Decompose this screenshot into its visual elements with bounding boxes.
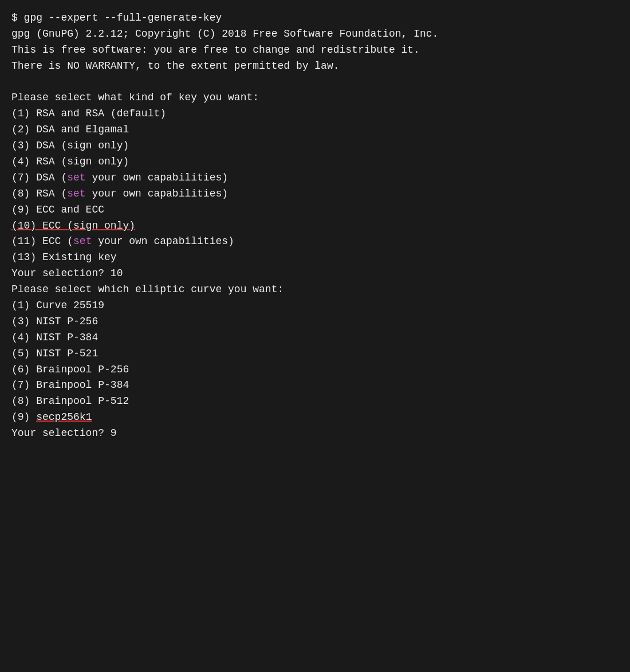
command-line: $ gpg --expert --full-generate-key [11, 10, 619, 26]
set-keyword-11: set [73, 235, 92, 247]
command-text: $ gpg --expert --full-generate-key [11, 12, 222, 23]
curve-selection-text: Your selection? 9 [11, 427, 117, 439]
curve-option-3: (3) NIST P-256 [11, 314, 619, 330]
version-line: gpg (GnuPG) 2.2.12; Copyright (C) 2018 F… [11, 26, 619, 42]
curve-prompt-text: Please select which elliptic curve you w… [11, 284, 284, 295]
key-selection-line: Your selection? 10 [11, 266, 619, 282]
curve-option-9: (9) secp256k1 [11, 410, 619, 426]
key-option-2: (2) DSA and Elgamal [11, 122, 619, 138]
key-prompt-line: Please select what kind of key you want: [11, 90, 619, 106]
key-option-4: (4) RSA (sign only) [11, 154, 619, 170]
key-option-10: (10) ECC (sign only) [11, 218, 619, 234]
terminal-window: $ gpg --expert --full-generate-key gpg (… [11, 10, 619, 442]
key-option-9: (9) ECC and ECC [11, 202, 619, 218]
curve-option-6: (6) Brainpool P-256 [11, 362, 619, 378]
curve-option-7: (7) Brainpool P-384 [11, 378, 619, 394]
curve-selection-line: Your selection? 9 [11, 426, 619, 442]
key-option-3: (3) DSA (sign only) [11, 138, 619, 154]
version-text: gpg (GnuPG) 2.2.12; Copyright (C) 2018 F… [11, 28, 438, 40]
curve-option-1: (1) Curve 25519 [11, 298, 619, 314]
curve-prompt-line: Please select which elliptic curve you w… [11, 282, 619, 298]
set-keyword-7: set [67, 172, 85, 183]
option-10-underlined: (10) ECC (sign only) [11, 220, 135, 231]
key-option-13: (13) Existing key [11, 250, 619, 266]
free-software-text: This is free software: you are free to c… [11, 44, 420, 56]
free-software-line: This is free software: you are free to c… [11, 42, 619, 58]
warranty-line: There is NO WARRANTY, to the extent perm… [11, 58, 619, 74]
key-selection-text: Your selection? 10 [11, 268, 123, 279]
set-keyword-8: set [67, 188, 85, 199]
key-option-7: (7) DSA (set your own capabilities) [11, 170, 619, 186]
key-option-8: (8) RSA (set your own capabilities) [11, 186, 619, 202]
curve-option-4: (4) NIST P-384 [11, 330, 619, 346]
option-9-underlined: secp256k1 [36, 411, 92, 423]
blank-1 [11, 74, 619, 91]
warranty-text: There is NO WARRANTY, to the extent perm… [11, 60, 340, 72]
curve-option-8: (8) Brainpool P-512 [11, 394, 619, 410]
key-option-11: (11) ECC (set your own capabilities) [11, 234, 619, 250]
key-prompt-text: Please select what kind of key you want: [11, 92, 259, 103]
curve-option-5: (5) NIST P-521 [11, 346, 619, 362]
key-option-1: (1) RSA and RSA (default) [11, 106, 619, 122]
